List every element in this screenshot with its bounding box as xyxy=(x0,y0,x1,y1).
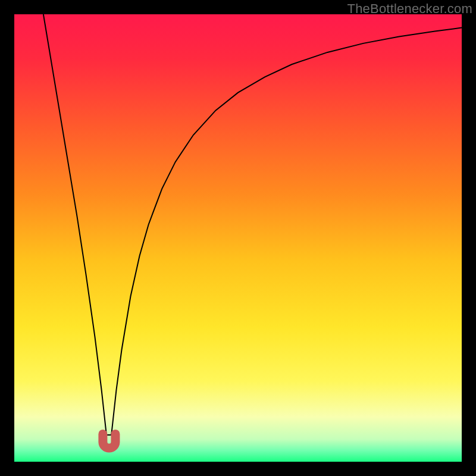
chart-frame xyxy=(14,14,462,462)
chart-plot xyxy=(14,14,462,462)
watermark-text: TheBottlenecker.com xyxy=(347,1,472,17)
chart-background xyxy=(14,14,462,462)
